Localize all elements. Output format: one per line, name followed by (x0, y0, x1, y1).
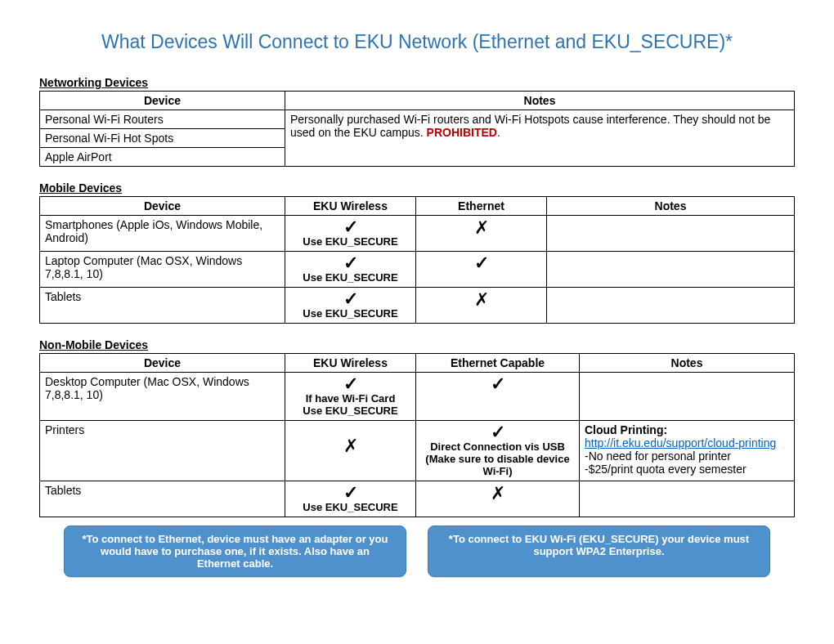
notes-period: . (497, 126, 500, 139)
table-row: Desktop Computer (Mac OSX, Windows 7,8,8… (40, 373, 795, 421)
section-heading-nonmobile: Non-Mobile Devices (39, 338, 795, 351)
wireless-sub2: Use EKU_SECURE (290, 405, 410, 417)
cell-device: Desktop Computer (Mac OSX, Windows 7,8,8… (40, 373, 285, 421)
wireless-sub: Use EKU_SECURE (290, 235, 410, 248)
cell-ethernet: ✗ (416, 216, 547, 252)
cell-notes: Cloud Printing: http://it.eku.edu/suppor… (580, 421, 795, 481)
table-row: Smartphones (Apple iOs, Windows Mobile, … (40, 216, 795, 252)
cell-device: Laptop Computer (Mac OSX, Windows 7,8,8.… (40, 252, 285, 288)
cell-wireless: ✓ Use EKU_SECURE (285, 252, 416, 288)
col-ethernet: Ethernet (416, 197, 547, 216)
col-device: Device (40, 354, 285, 373)
col-ethernet: Ethernet Capable (416, 354, 580, 373)
cell-wireless: ✗ (285, 421, 416, 481)
ethernet-sub1: Direct Connection vis USB (421, 441, 574, 453)
cell-notes (547, 252, 795, 288)
notes-title: Cloud Printing: (585, 423, 789, 436)
col-wireless: EKU Wireless (285, 197, 416, 216)
wireless-sub: Use EKU_SECURE (290, 271, 410, 284)
cell-device: Smartphones (Apple iOs, Windows Mobile, … (40, 216, 285, 252)
table-header-row: Device EKU Wireless Ethernet Notes (40, 197, 795, 216)
cell-ethernet: ✗ (416, 288, 547, 324)
col-notes: Notes (547, 197, 795, 216)
cell-device: Personal Wi-Fi Hot Spots (40, 129, 285, 148)
col-wireless: EKU Wireless (285, 354, 416, 373)
table-row: Tablets ✓ Use EKU_SECURE ✗ (40, 288, 795, 324)
cell-wireless: ✓ If have Wi-Fi Card Use EKU_SECURE (285, 373, 416, 421)
check-icon: ✓ (343, 291, 358, 307)
cross-icon: ✗ (474, 219, 489, 237)
page-title: What Devices Will Connect to EKU Network… (39, 31, 795, 53)
table-header-row: Device Notes (40, 92, 795, 110)
cell-ethernet: ✓ (416, 373, 580, 421)
cell-notes (580, 373, 795, 421)
callout-wifi: *To connect to EKU Wi-Fi (EKU_SECURE) yo… (428, 525, 770, 577)
check-icon: ✓ (491, 424, 505, 441)
cell-device: Printers (40, 421, 285, 481)
ethernet-sub2: (Make sure to disable device Wi-Fi) (421, 453, 574, 477)
check-icon: ✓ (474, 255, 489, 271)
cell-wireless: ✓ Use EKU_SECURE (285, 288, 416, 324)
cell-notes: Personally purchased Wi-Fi routers and W… (285, 110, 795, 167)
notes-text: Personally purchased Wi-Fi routers and W… (290, 113, 770, 139)
section-heading-mobile: Mobile Devices (39, 181, 795, 195)
table-mobile: Device EKU Wireless Ethernet Notes Smart… (39, 196, 795, 324)
callout-ethernet: *To connect to Ethernet, device must hav… (64, 525, 406, 577)
cell-notes (547, 216, 795, 252)
cell-device: Tablets (40, 288, 285, 324)
table-networking: Device Notes Personal Wi-Fi Routers Pers… (39, 91, 795, 167)
col-notes: Notes (580, 354, 795, 373)
wireless-sub1: If have Wi-Fi Card (290, 392, 410, 405)
table-header-row: Device EKU Wireless Ethernet Capable Not… (40, 354, 795, 373)
cross-icon: ✗ (343, 437, 358, 455)
wireless-sub: Use EKU_SECURE (290, 307, 410, 320)
table-nonmobile: Device EKU Wireless Ethernet Capable Not… (39, 353, 795, 517)
notes-bullet: -No need for personal printer (585, 449, 789, 463)
col-device: Device (40, 92, 285, 110)
cross-icon: ✗ (491, 485, 505, 503)
cell-wireless: ✓ Use EKU_SECURE (285, 216, 416, 252)
cloud-printing-link[interactable]: http://it.eku.edu/support/cloud-printing (585, 436, 776, 449)
cell-ethernet: ✓ (416, 252, 547, 288)
cell-ethernet: ✗ (416, 481, 580, 517)
check-icon: ✓ (343, 219, 358, 235)
check-icon: ✓ (343, 376, 358, 392)
table-row: Tablets ✓ Use EKU_SECURE ✗ (40, 481, 795, 517)
table-row: Personal Wi-Fi Routers Personally purcha… (40, 110, 795, 129)
col-device: Device (40, 197, 285, 216)
wireless-sub: Use EKU_SECURE (290, 501, 410, 513)
cell-device: Apple AirPort (40, 148, 285, 167)
table-row: Laptop Computer (Mac OSX, Windows 7,8,8.… (40, 252, 795, 288)
cell-notes (580, 481, 795, 517)
col-notes: Notes (285, 92, 795, 110)
table-row: Printers ✗ ✓ Direct Connection vis USB (… (40, 421, 795, 481)
check-icon: ✓ (491, 376, 505, 392)
callout-row: *To connect to Ethernet, device must hav… (39, 525, 795, 577)
notes-bullet: -$25/print quota every semester (585, 463, 789, 476)
cross-icon: ✗ (474, 291, 489, 309)
check-icon: ✓ (343, 485, 358, 501)
prohibited-label: PROHIBITED (427, 126, 497, 139)
cell-wireless: ✓ Use EKU_SECURE (285, 481, 416, 517)
check-icon: ✓ (343, 255, 358, 271)
cell-notes (547, 288, 795, 324)
cell-device: Personal Wi-Fi Routers (40, 110, 285, 129)
cell-ethernet: ✓ Direct Connection vis USB (Make sure t… (416, 421, 580, 481)
cell-device: Tablets (40, 481, 285, 517)
section-heading-networking: Networking Devices (39, 76, 795, 89)
